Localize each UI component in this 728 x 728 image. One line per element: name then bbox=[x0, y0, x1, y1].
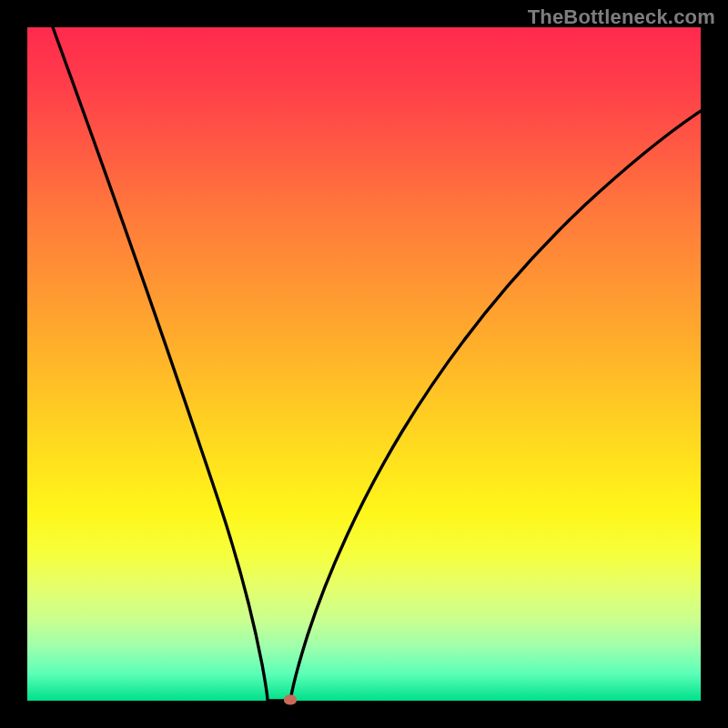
minimum-marker bbox=[284, 695, 297, 705]
bottleneck-curve bbox=[27, 27, 701, 701]
watermark-text: TheBottleneck.com bbox=[528, 5, 715, 29]
chart-frame: TheBottleneck.com bbox=[0, 0, 728, 728]
curve-path bbox=[53, 27, 701, 701]
plot-area bbox=[27, 27, 701, 701]
